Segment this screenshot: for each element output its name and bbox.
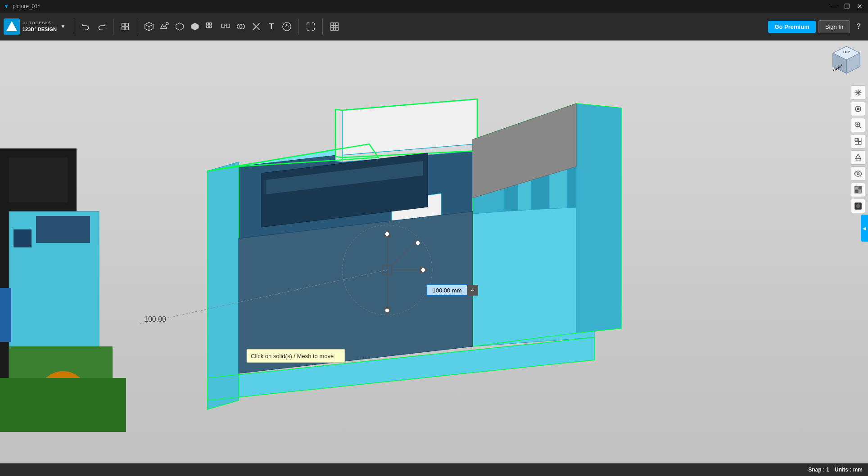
render-mode-button[interactable]: [851, 199, 865, 213]
svg-rect-15: [226, 24, 230, 27]
nav-cube-svg: TOP FRONT: [828, 44, 864, 80]
title-bar: ▼ picture_01* — ❐ ✕: [0, 0, 868, 13]
svg-line-6: [145, 24, 149, 27]
home-icon: [854, 89, 862, 97]
separator-5: [322, 18, 323, 35]
display-icon: [854, 186, 862, 194]
go-premium-button[interactable]: Go Premium: [768, 21, 815, 33]
svg-marker-43: [576, 103, 621, 333]
group-button[interactable]: [218, 19, 233, 34]
transform-icon: [120, 22, 130, 31]
sketch-icon: [159, 22, 169, 31]
svg-point-9: [166, 22, 168, 25]
construct-button[interactable]: [172, 19, 187, 34]
svg-rect-5: [126, 27, 128, 30]
undo-icon: [81, 22, 91, 31]
svg-rect-103: [859, 142, 861, 144]
svg-text:100.00: 100.00: [144, 315, 166, 323]
window-title: picture_01*: [13, 3, 829, 9]
box-icon: [144, 22, 154, 31]
snap-value: 1: [826, 467, 829, 473]
delete-icon: [251, 22, 261, 31]
units-value: mm: [853, 467, 863, 473]
svg-rect-102: [855, 138, 858, 141]
separator-2: [113, 18, 113, 35]
svg-rect-32: [36, 216, 90, 243]
svg-rect-31: [14, 229, 32, 247]
sketch-button[interactable]: [157, 19, 172, 34]
svg-rect-38: [0, 378, 126, 432]
pattern-button[interactable]: [203, 19, 217, 34]
orbit-button[interactable]: [851, 102, 865, 116]
snap-status: Snap : 1: [808, 467, 829, 473]
main-toolbar: AUTODESK® 123D° DESIGN ▼: [0, 13, 868, 40]
perspective-icon: [854, 153, 862, 162]
fit-view-button[interactable]: [851, 134, 865, 148]
box-primitive-button[interactable]: [142, 19, 156, 34]
svg-point-77: [416, 241, 420, 245]
svg-rect-4: [122, 27, 124, 30]
svg-line-99: [859, 126, 861, 128]
render-icon: [854, 202, 862, 210]
group-icon: [221, 22, 231, 31]
separator-1: [74, 18, 74, 35]
svg-marker-47: [335, 109, 342, 162]
right-tools-panel: [851, 85, 865, 213]
right-panel-toggle[interactable]: [861, 215, 868, 242]
measure-button[interactable]: [280, 19, 294, 34]
snap-button[interactable]: [303, 19, 318, 34]
svg-rect-13: [209, 26, 212, 28]
grid-icon: [330, 22, 339, 31]
text-button[interactable]: T: [264, 19, 279, 34]
undo-button[interactable]: [79, 19, 93, 34]
svg-rect-12: [207, 26, 209, 28]
svg-rect-114: [859, 190, 862, 193]
svg-text:↔: ↔: [470, 287, 475, 293]
show-hide-button[interactable]: [851, 166, 865, 181]
measure-icon: [282, 22, 292, 31]
primitive-tools-group: T: [142, 19, 294, 34]
restore-button[interactable]: ❐: [842, 3, 852, 10]
app-logo[interactable]: AUTODESK® 123D° DESIGN ▼: [4, 18, 66, 35]
solid-button[interactable]: [188, 19, 202, 34]
svg-rect-111: [855, 187, 858, 190]
autodesk-logo-icon: [4, 18, 20, 35]
logo-dropdown-icon[interactable]: ▼: [60, 23, 66, 30]
redo-button[interactable]: [94, 19, 108, 34]
zoom-button[interactable]: [851, 118, 865, 132]
navigation-cube[interactable]: TOP FRONT: [828, 44, 864, 80]
app-icon: ▼: [4, 3, 9, 9]
units-label: Units :: [835, 467, 853, 473]
transform-button[interactable]: [118, 19, 132, 34]
svg-rect-22: [331, 23, 339, 31]
fit-icon: [854, 137, 862, 145]
combine-button[interactable]: [234, 19, 248, 34]
3d-viewport[interactable]: 100.00 100.00 mm ↔ Click on solid(s) / M…: [0, 40, 868, 476]
logo-text: AUTODESK® 123D° DESIGN: [23, 21, 57, 32]
delete-button[interactable]: [249, 19, 263, 34]
svg-marker-40: [207, 162, 239, 409]
perspective-button[interactable]: [851, 150, 865, 165]
close-button[interactable]: ✕: [855, 3, 864, 10]
minimize-button[interactable]: —: [829, 3, 839, 10]
svg-text:100.00 mm: 100.00 mm: [432, 287, 461, 294]
svg-rect-113: [855, 190, 858, 193]
combine-icon: [236, 22, 246, 31]
orbit-icon: [854, 105, 862, 113]
units-status[interactable]: Units : mm: [835, 467, 863, 473]
window-controls: — ❐ ✕: [829, 3, 864, 10]
sign-in-button[interactable]: Sign In: [818, 20, 850, 33]
svg-point-72: [385, 232, 389, 236]
display-mode-button[interactable]: [851, 183, 865, 197]
svg-point-21: [286, 24, 287, 25]
grid-button[interactable]: [327, 19, 342, 34]
eye-icon: [854, 170, 862, 178]
svg-rect-2: [122, 23, 124, 26]
svg-rect-14: [222, 24, 225, 27]
help-button[interactable]: ?: [853, 21, 864, 32]
svg-text:Click on solid(s) / Mesh to mo: Click on solid(s) / Mesh to move: [251, 353, 334, 359]
svg-text:TOP: TOP: [843, 50, 850, 54]
snap-icon: [306, 22, 316, 31]
separator-4: [298, 18, 299, 35]
home-view-button[interactable]: [851, 85, 865, 100]
